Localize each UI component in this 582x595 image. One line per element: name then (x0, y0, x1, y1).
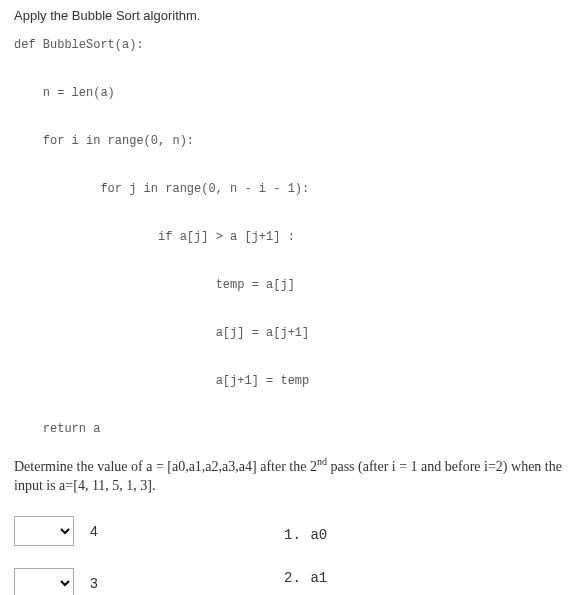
page-title: Apply the Bubble Sort algorithm. (14, 8, 568, 23)
option-label: a0 (310, 527, 327, 543)
answer-option: 1. a0 (284, 516, 327, 555)
match-pair: 4 (14, 516, 194, 546)
left-column: 4 3 5 1 11 (14, 516, 194, 595)
code-block: def BubbleSort(a): n = len(a) for i in r… (14, 33, 568, 441)
right-column: 1. a0 2. a1 3. a2 4. a3 5. a4 (194, 516, 327, 595)
question-sup: nd (317, 456, 327, 467)
match-dropdown-1[interactable] (14, 568, 74, 595)
answer-option: 2. a1 (284, 559, 327, 595)
match-label: 4 (90, 523, 98, 539)
match-pair: 3 (14, 568, 194, 595)
question-pre: Determine the value of a = [a0,a1,a2,a3,… (14, 459, 317, 474)
question-text: Determine the value of a = [a0,a1,a2,a3,… (14, 455, 568, 496)
matching-container: 4 3 5 1 11 1. a0 2. a1 3. a2 (14, 516, 568, 595)
option-number: 1. (284, 516, 302, 555)
option-label: a1 (310, 570, 327, 586)
option-number: 2. (284, 559, 302, 595)
match-label: 3 (90, 575, 98, 591)
match-dropdown-0[interactable] (14, 516, 74, 546)
